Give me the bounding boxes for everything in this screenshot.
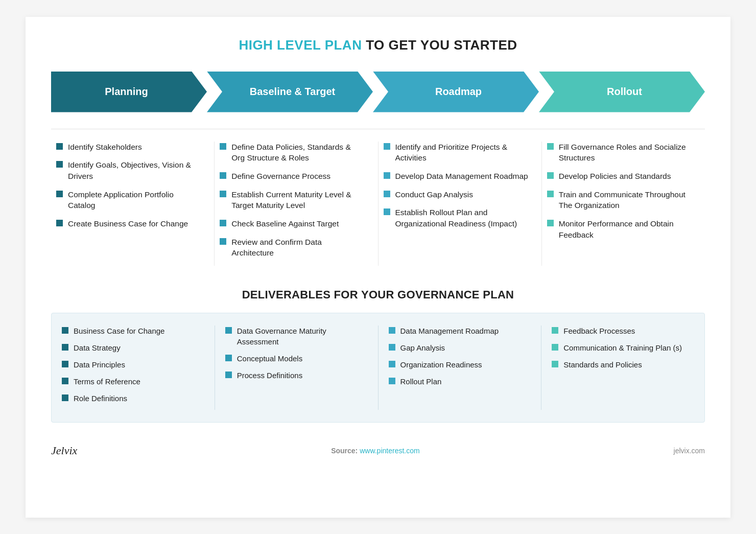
- bullet-icon: [384, 172, 390, 179]
- arrow-banner-row: Planning Baseline & Target Roadmap Rollo…: [51, 72, 705, 112]
- bullet-icon: [220, 172, 226, 179]
- page: HIGH LEVEL PLAN TO GET YOU STARTED Plann…: [26, 17, 730, 518]
- list-item: Complete Application Portfolio Catalog: [56, 189, 202, 211]
- list-item: Process Definitions: [225, 370, 368, 381]
- arrow-rollout: Rollout: [539, 72, 705, 112]
- bullet-icon: [56, 191, 63, 197]
- arrow-planning: Planning: [51, 72, 207, 112]
- arrow-baseline: Baseline & Target: [207, 72, 373, 112]
- list-item: Create Business Case for Change: [56, 218, 202, 229]
- list-item: Develop Policies and Standards: [547, 171, 693, 182]
- list-item: Organization Readiness: [389, 359, 531, 370]
- list-item: Conceptual Models: [225, 353, 368, 364]
- bullet-icon: [225, 372, 232, 378]
- content-row: Identify Stakeholders Identify Goals, Ob…: [51, 129, 705, 266]
- list-item: Business Case for Change: [62, 326, 204, 336]
- deliverables-col-rollout: Feedback Processes Communication & Train…: [541, 326, 704, 410]
- bullet-icon: [552, 344, 558, 351]
- content-col-roadmap: Identify and Prioritize Projects & Activ…: [379, 142, 542, 266]
- bullet-icon: [384, 191, 390, 197]
- page-title: HIGH LEVEL PLAN TO GET YOU STARTED: [51, 37, 705, 53]
- bullet-icon: [56, 220, 63, 226]
- planning-list: Identify Stakeholders Identify Goals, Ob…: [56, 142, 202, 229]
- footer-source: Source: www.pinterest.com: [331, 447, 420, 455]
- bullet-icon: [62, 378, 68, 384]
- list-item: Identify Goals, Objectives, Vision & Dri…: [56, 159, 202, 181]
- bullet-icon: [62, 394, 68, 401]
- bullet-icon: [384, 208, 390, 215]
- list-item: Conduct Gap Analysis: [384, 189, 529, 200]
- deliverables-title: DELIVERABLES FOR YOUR GOVERNANCE PLAN: [51, 288, 705, 301]
- bullet-icon: [547, 172, 554, 179]
- list-item: Terms of Reference: [62, 376, 204, 387]
- bullet-icon: [56, 161, 63, 168]
- bullet-icon: [389, 344, 395, 351]
- bullet-icon: [389, 361, 395, 367]
- list-item: Data Principles: [62, 359, 204, 370]
- list-item: Gap Analysis: [389, 342, 531, 353]
- bullet-icon: [220, 238, 226, 245]
- list-item: Define Data Policies, Standards & Org St…: [220, 142, 365, 164]
- bullet-icon: [225, 327, 232, 334]
- roadmap-list: Identify and Prioritize Projects & Activ…: [384, 142, 529, 229]
- bullet-icon: [547, 143, 554, 150]
- list-item: Role Definitions: [62, 393, 204, 404]
- list-item: Fill Governance Roles and Socialize Stru…: [547, 142, 693, 164]
- list-item: Monitor Performance and Obtain Feedback: [547, 218, 693, 240]
- title-rest: TO GET YOU STARTED: [362, 37, 517, 53]
- bullet-icon: [552, 361, 558, 367]
- content-col-baseline: Define Data Policies, Standards & Org St…: [215, 142, 378, 266]
- deliverables-col-roadmap: Data Management Roadmap Gap Analysis Org…: [379, 326, 542, 410]
- list-item: Data Governance Maturity Assessment: [225, 326, 368, 347]
- bullet-icon: [62, 327, 68, 334]
- bullet-icon: [547, 220, 554, 226]
- baseline-list: Define Data Policies, Standards & Org St…: [220, 142, 365, 259]
- deliverables-col-planning: Business Case for Change Data Strategy D…: [52, 326, 215, 410]
- footer-right: jelvix.com: [674, 447, 705, 455]
- deliverables-rollout-list: Feedback Processes Communication & Train…: [552, 326, 694, 370]
- deliverables-planning-list: Business Case for Change Data Strategy D…: [62, 326, 204, 404]
- deliverables-roadmap-list: Data Management Roadmap Gap Analysis Org…: [389, 326, 531, 387]
- list-item: Identify Stakeholders: [56, 142, 202, 153]
- list-item: Rollout Plan: [389, 376, 531, 387]
- list-item: Check Baseline Against Target: [220, 218, 365, 229]
- bullet-icon: [547, 191, 554, 197]
- list-item: Establish Rollout Plan and Organizationa…: [384, 207, 529, 229]
- bullet-icon: [552, 327, 558, 334]
- rollout-list: Fill Governance Roles and Socialize Stru…: [547, 142, 693, 241]
- bullet-icon: [220, 191, 226, 197]
- list-item: Train and Communicate Throughout The Org…: [547, 189, 693, 211]
- list-item: Review and Confirm Data Architecture: [220, 237, 365, 259]
- bullet-icon: [220, 143, 226, 150]
- deliverables-row: Business Case for Change Data Strategy D…: [51, 313, 705, 423]
- bullet-icon: [62, 361, 68, 367]
- list-item: Define Governance Process: [220, 171, 365, 182]
- footer-logo: Jelvix: [51, 444, 77, 457]
- list-item: Establish Current Maturity Level & Targe…: [220, 189, 365, 211]
- bullet-icon: [389, 378, 395, 384]
- deliverables-baseline-list: Data Governance Maturity Assessment Conc…: [225, 326, 368, 381]
- list-item: Identify and Prioritize Projects & Activ…: [384, 142, 529, 164]
- list-item: Feedback Processes: [552, 326, 694, 336]
- bullet-icon: [220, 220, 226, 226]
- arrow-roadmap: Roadmap: [373, 72, 539, 112]
- footer: Jelvix Source: www.pinterest.com jelvix.…: [51, 439, 705, 457]
- bullet-icon: [56, 143, 63, 150]
- bullet-icon: [62, 344, 68, 351]
- bullet-icon: [389, 327, 395, 334]
- bullet-icon: [225, 355, 232, 361]
- list-item: Communication & Training Plan (s): [552, 342, 694, 353]
- list-item: Data Strategy: [62, 342, 204, 353]
- deliverables-col-baseline: Data Governance Maturity Assessment Conc…: [215, 326, 379, 410]
- list-item: Standards and Policies: [552, 359, 694, 370]
- content-col-rollout: Fill Governance Roles and Socialize Stru…: [542, 142, 705, 266]
- bullet-icon: [384, 143, 390, 150]
- title-highlight: HIGH LEVEL PLAN: [239, 37, 362, 53]
- list-item: Data Management Roadmap: [389, 326, 531, 336]
- content-col-planning: Identify Stakeholders Identify Goals, Ob…: [51, 142, 215, 266]
- list-item: Develop Data Management Roadmap: [384, 171, 529, 182]
